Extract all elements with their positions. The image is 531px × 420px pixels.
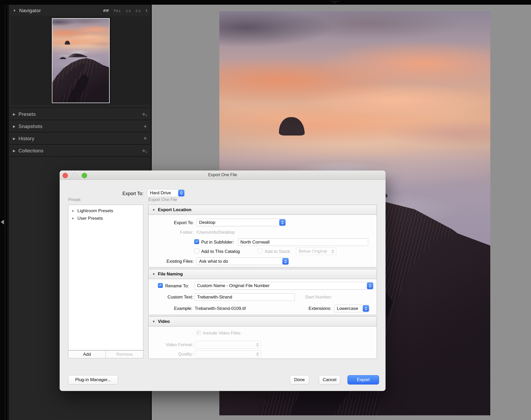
stepper-icon [330, 248, 336, 254]
dialog-titlebar[interactable]: Export One File [60, 170, 386, 180]
video-format-select [195, 341, 261, 348]
file-naming-section: ▼ File Naming ✓ Rename To: Custom Name -… [148, 269, 377, 315]
export-to-folder-select[interactable]: Desktop [196, 219, 286, 226]
video-format-value [195, 341, 254, 348]
plus-menu-icon[interactable]: +▾ [142, 148, 147, 153]
existing-files-label: Existing Files: [149, 259, 194, 264]
disclosure-right-icon[interactable]: ▶ [13, 149, 15, 153]
done-button[interactable]: Done [290, 375, 309, 385]
export-button[interactable]: Export [347, 375, 379, 385]
navigator-thumbnail[interactable] [52, 18, 110, 103]
folder-label: Folder: [149, 230, 194, 235]
disclosure-right-icon[interactable]: ▶ [13, 137, 15, 140]
existing-files-select[interactable]: Ask what to do [196, 258, 289, 265]
thumbnail-image [52, 19, 109, 103]
plus-icon[interactable]: + [143, 124, 147, 129]
zoom-mode-fill[interactable]: FILL [114, 9, 121, 13]
put-in-subfolder-checkbox[interactable]: ✓ [194, 239, 199, 244]
export-location-header[interactable]: ▼ Export Location [149, 205, 377, 215]
extensions-value: Lowercase [334, 305, 362, 312]
zoom-mode-fit[interactable]: FIT [103, 9, 109, 13]
stepper-icon [254, 341, 261, 348]
export-to-value: Desktop [197, 219, 279, 226]
panel-row-presets[interactable]: ▶ Presets +▾ [9, 109, 150, 120]
custom-text-input[interactable] [195, 293, 295, 301]
stepper-icon[interactable] [363, 305, 369, 312]
section-title: File Naming [158, 272, 183, 277]
remove-preset-button: Remove [106, 350, 143, 358]
zoom-mode-2-1[interactable]: 2:1 [136, 9, 141, 13]
disclosure-right-icon[interactable]: ▶ [72, 209, 74, 212]
include-video-files-checkbox: ✓ [196, 330, 201, 335]
disclosure-down-icon[interactable]: ▼ [152, 208, 155, 212]
lightroom-window: ▼ Navigator FIT FILL 1:1 2:1 ▲▼ [0, 0, 531, 420]
export-to-label: Export To: [149, 220, 194, 225]
plugin-manager-button[interactable]: Plug-in Manager... [68, 375, 118, 385]
video-section: ▼ Video ✓ Include Video Files: Video For… [148, 316, 377, 359]
stepper-icon[interactable] [178, 190, 184, 196]
panel-row-collections[interactable]: ▶ Collections +▾ [9, 145, 150, 156]
disclosure-down-icon[interactable]: ▼ [13, 9, 16, 12]
export-destination-select[interactable]: Hard Drive [147, 189, 185, 197]
disclosure-down-icon[interactable]: ▼ [152, 272, 155, 276]
gutter-line [8, 5, 8, 420]
add-preset-button[interactable]: Add [68, 350, 106, 358]
disclosure-right-icon[interactable]: ▶ [13, 125, 15, 128]
preset-item-user-presets[interactable]: ▶ User Presets [68, 215, 143, 222]
left-panel-sections: ▶ Presets +▾ ▶ Snapshots + ▶ History ✕ ▶… [9, 108, 150, 157]
section-title: Video [158, 319, 170, 324]
preset-label: Preset: [68, 197, 81, 202]
stepper-icon[interactable] [367, 282, 373, 289]
file-naming-header[interactable]: ▼ File Naming [149, 269, 377, 279]
extensions-label: Extensions: [280, 306, 331, 311]
thumb-vignette [52, 19, 109, 103]
plus-menu-icon[interactable]: +▾ [142, 112, 147, 117]
stepper-icon[interactable] [282, 258, 289, 265]
panel-label: Snapshots [18, 124, 43, 129]
clear-icon[interactable]: ✕ [143, 136, 147, 141]
extensions-select[interactable]: Lowercase [334, 305, 369, 312]
disclosure-right-icon[interactable]: ▶ [72, 217, 74, 220]
quality-label: Quality: [149, 352, 193, 357]
stepper-icon[interactable] [279, 219, 285, 226]
rename-template-select[interactable]: Custom Name - Original File Number [194, 282, 374, 290]
dialog-title: Export One File [60, 173, 386, 177]
add-to-catalog-checkbox[interactable] [194, 248, 199, 253]
disclosure-down-icon[interactable]: ▼ [152, 320, 155, 323]
navigator-header[interactable]: ▼ Navigator FIT FILL 1:1 2:1 ▲▼ [9, 6, 150, 16]
cancel-button[interactable]: Cancel [319, 375, 340, 385]
zoom-mode-1-1[interactable]: 1:1 [126, 9, 131, 13]
video-quality-select [195, 350, 261, 358]
preset-list[interactable]: ▶ Lightroom Presets ▶ User Presets [68, 205, 143, 350]
export-destination-value: Hard Drive [147, 189, 178, 197]
top-panel-strip [0, 0, 531, 5]
existing-files-value: Ask what to do [197, 258, 282, 265]
export-destination-label: Export To: [91, 191, 143, 196]
video-format-label: Video Format: [149, 342, 193, 347]
stack-position-select: Below Original [296, 248, 336, 255]
section-title: Export Location [158, 207, 191, 212]
include-video-files-label: Include Video Files: [203, 331, 241, 336]
panel-label: Presets [18, 111, 36, 117]
panel-collapse-arrow-icon[interactable] [1, 220, 4, 224]
zoom-ratio-stepper-icon[interactable]: ▲▼ [145, 9, 148, 12]
rename-template-value: Custom Name - Original File Number [194, 282, 367, 289]
example-filename: Trebarwith-Strand-0109.tif [195, 306, 246, 311]
put-in-subfolder-label: Put in Subfolder: [201, 240, 234, 245]
stack-position-value: Below Original [296, 248, 329, 255]
settings-header: Export One File [148, 197, 177, 202]
export-location-section: ▼ Export Location Export To: Desktop Fol… [148, 205, 377, 267]
panel-row-snapshots[interactable]: ▶ Snapshots + [9, 121, 150, 132]
folder-path: /Users/info/Desktop [196, 230, 235, 235]
gutter-line [5, 5, 5, 420]
stepper-icon [254, 351, 261, 357]
disclosure-right-icon[interactable]: ▶ [13, 112, 15, 116]
add-to-catalog-label: Add to This Catalog [201, 249, 240, 254]
video-header[interactable]: ▼ Video [149, 317, 377, 326]
preset-item-label: User Presets [77, 216, 103, 221]
rename-to-checkbox[interactable]: ✓ [158, 283, 163, 288]
navigator-zoom-modes: FIT FILL 1:1 2:1 ▲▼ [103, 9, 148, 13]
subfolder-name-input[interactable] [238, 238, 368, 246]
preset-item-lightroom-presets[interactable]: ▶ Lightroom Presets [68, 207, 143, 215]
panel-row-history[interactable]: ▶ History ✕ [9, 133, 150, 144]
